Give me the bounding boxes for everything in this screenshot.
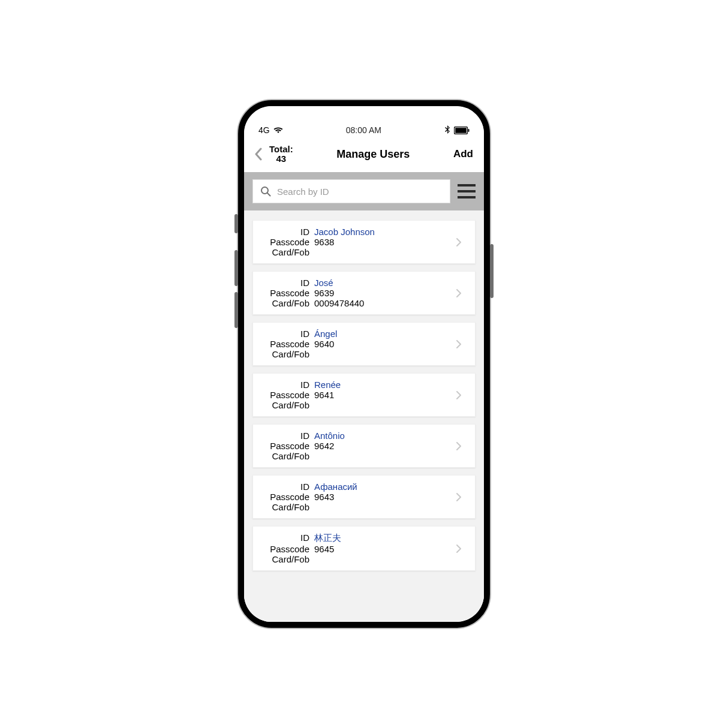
disclosure [456, 339, 468, 349]
user-card[interactable]: IDAntônioPasscode9642Card/Fob [252, 424, 476, 468]
disclosure [456, 237, 468, 247]
search-box[interactable] [252, 179, 450, 203]
cardfob-label: Card/Fob [263, 298, 309, 308]
user-card[interactable]: IDRenéePasscode9641Card/Fob [252, 373, 476, 417]
id-label: ID [263, 533, 309, 544]
passcode-label: Passcode [263, 441, 309, 451]
side-button [234, 214, 238, 233]
id-value: José [314, 278, 456, 288]
chevron-right-icon [456, 492, 462, 502]
cardfob-value: 0009478440 [314, 298, 456, 308]
cardfob-label: Card/Fob [263, 451, 309, 461]
chevron-left-icon [254, 148, 263, 161]
id-value: Jacob Johnson [314, 227, 456, 237]
user-list: IDJacob JohnsonPasscode9638Card/FobIDJos… [244, 210, 484, 622]
id-value: Ángel [314, 329, 456, 339]
id-value: Renée [314, 380, 456, 390]
cardfob-label: Card/Fob [263, 502, 309, 512]
id-label: ID [263, 329, 309, 339]
cardfob-value [314, 554, 456, 564]
wifi-icon [273, 127, 283, 134]
passcode-label: Passcode [263, 390, 309, 400]
user-card[interactable]: IDАфанасийPasscode9643Card/Fob [252, 475, 476, 519]
svg-line-4 [267, 193, 270, 196]
cardfob-value [314, 247, 456, 257]
cardfob-value [314, 349, 456, 359]
passcode-label: Passcode [263, 288, 309, 298]
user-card[interactable]: IDÁngelPasscode9640Card/Fob [252, 322, 476, 366]
page-title: Manage Users [336, 148, 410, 161]
side-button [234, 292, 238, 328]
cardfob-label: Card/Fob [263, 554, 309, 564]
passcode-value: 9641 [314, 390, 456, 400]
chevron-right-icon [456, 441, 462, 451]
passcode-label: Passcode [263, 544, 309, 554]
cardfob-label: Card/Fob [263, 400, 309, 410]
user-fields: IDАфанасийPasscode9643Card/Fob [263, 482, 456, 512]
network-label: 4G [258, 125, 270, 135]
chevron-right-icon [456, 339, 462, 349]
svg-rect-2 [468, 129, 470, 132]
header: Total: 43 Manage Users Add [244, 139, 484, 172]
user-card[interactable]: IDJacob JohnsonPasscode9638Card/Fob [252, 220, 476, 264]
passcode-value: 9645 [314, 544, 456, 554]
passcode-value: 9643 [314, 492, 456, 502]
search-icon [260, 186, 271, 197]
menu-button[interactable] [458, 184, 476, 198]
clock: 08:00 AM [346, 125, 381, 135]
passcode-label: Passcode [263, 492, 309, 502]
id-value: Афанасий [314, 482, 456, 492]
cardfob-label: Card/Fob [263, 349, 309, 359]
id-label: ID [263, 482, 309, 492]
side-button [234, 250, 238, 286]
disclosure [456, 390, 468, 400]
passcode-value: 9640 [314, 339, 456, 349]
passcode-value: 9638 [314, 237, 456, 247]
search-bar [244, 172, 484, 210]
phone-frame: 4G 08:00 AM [238, 100, 490, 628]
battery-icon [454, 127, 470, 134]
id-label: ID [263, 227, 309, 237]
user-fields: IDJoséPasscode9639Card/Fob0009478440 [263, 278, 456, 308]
user-card[interactable]: ID林正夫Passcode9645Card/Fob [252, 526, 476, 571]
disclosure [456, 441, 468, 451]
total-label: Total: [269, 145, 293, 155]
total-count: Total: 43 [269, 145, 293, 164]
screen: 4G 08:00 AM [244, 106, 484, 622]
add-button[interactable]: Add [453, 148, 473, 160]
id-label: ID [263, 431, 309, 441]
disclosure [456, 492, 468, 502]
search-input[interactable] [277, 186, 443, 197]
id-label: ID [263, 380, 309, 390]
cardfob-label: Card/Fob [263, 247, 309, 257]
id-value: Antônio [314, 431, 456, 441]
cardfob-value [314, 400, 456, 410]
disclosure [456, 544, 468, 553]
passcode-label: Passcode [263, 237, 309, 247]
status-bar: 4G 08:00 AM [244, 106, 484, 139]
side-button [490, 244, 494, 298]
back-button[interactable] [250, 145, 267, 164]
user-fields: ID林正夫Passcode9645Card/Fob [263, 533, 456, 564]
hamburger-icon [458, 184, 476, 186]
user-fields: IDRenéePasscode9641Card/Fob [263, 380, 456, 410]
svg-rect-1 [455, 128, 467, 133]
total-value: 43 [269, 154, 293, 164]
cardfob-value [314, 502, 456, 512]
user-fields: IDÁngelPasscode9640Card/Fob [263, 329, 456, 359]
user-card[interactable]: IDJoséPasscode9639Card/Fob0009478440 [252, 271, 476, 315]
id-label: ID [263, 278, 309, 288]
chevron-right-icon [456, 544, 462, 553]
disclosure [456, 288, 468, 298]
chevron-right-icon [456, 288, 462, 298]
chevron-right-icon [456, 237, 462, 247]
passcode-value: 9639 [314, 288, 456, 298]
passcode-value: 9642 [314, 441, 456, 451]
id-value: 林正夫 [314, 533, 456, 544]
cardfob-value [314, 451, 456, 461]
user-fields: IDJacob JohnsonPasscode9638Card/Fob [263, 227, 456, 257]
passcode-label: Passcode [263, 339, 309, 349]
chevron-right-icon [456, 390, 462, 400]
user-fields: IDAntônioPasscode9642Card/Fob [263, 431, 456, 461]
bluetooth-icon [444, 125, 450, 135]
